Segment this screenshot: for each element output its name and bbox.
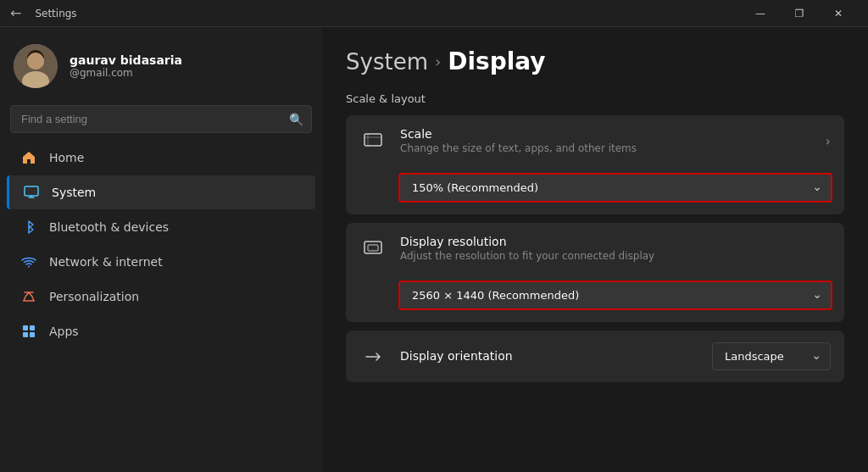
user-email: @gmail.com	[70, 67, 182, 79]
scale-dropdown-container: 150% (Recommended)	[346, 166, 844, 214]
window-controls: — ❐ ✕	[741, 0, 858, 27]
home-nav-label: Home	[49, 151, 84, 164]
setting-row-scale[interactable]: ScaleChange the size of text, apps, and …	[346, 115, 844, 166]
setting-card-scale: ScaleChange the size of text, apps, and …	[346, 115, 844, 214]
resolution-dropdown-container: 2560 × 1440 (Recommended)	[346, 274, 844, 322]
svg-rect-11	[364, 134, 381, 146]
svg-rect-12	[364, 242, 381, 253]
personalization-nav-label: Personalization	[49, 290, 139, 303]
setting-row-resolution[interactable]: Display resolutionAdjust the resolution …	[346, 223, 844, 274]
resolution-icon	[359, 235, 387, 262]
search-input[interactable]	[10, 105, 312, 133]
scale-chevron-icon: ›	[826, 133, 831, 149]
sidebar-item-system[interactable]: System	[7, 175, 315, 209]
user-profile[interactable]: gaurav bidasaria @gmail.com	[0, 27, 322, 105]
svg-point-5	[28, 266, 30, 268]
resolution-content: Display resolutionAdjust the resolution …	[400, 235, 817, 262]
svg-rect-10	[30, 332, 35, 337]
breadcrumb-chevron: ›	[435, 53, 441, 70]
avatar-image	[14, 44, 58, 88]
sidebar: gaurav bidasaria @gmail.com 🔍 Home Syste…	[0, 27, 322, 472]
apps-nav-icon	[20, 323, 37, 340]
section-heading: Scale & layout	[346, 92, 844, 105]
home-nav-icon	[20, 149, 37, 166]
orientation-dropdown[interactable]: Landscape	[712, 342, 831, 370]
apps-nav-label: Apps	[49, 325, 79, 338]
sidebar-item-network[interactable]: Network & internet	[7, 245, 315, 279]
scale-dropdown[interactable]: 150% (Recommended)	[398, 173, 832, 203]
scale-title: Scale	[400, 127, 812, 141]
scale-content: ScaleChange the size of text, apps, and …	[400, 127, 812, 154]
search-container: 🔍	[10, 105, 312, 133]
settings-list: ScaleChange the size of text, apps, and …	[346, 115, 844, 391]
network-nav-label: Network & internet	[49, 255, 163, 269]
orientation-content: Display orientation	[400, 349, 685, 364]
close-button[interactable]: ✕	[819, 0, 858, 27]
network-nav-icon	[20, 253, 37, 270]
user-name: gaurav bidasaria	[70, 53, 182, 67]
resolution-dropdown[interactable]: 2560 × 1440 (Recommended)	[398, 280, 832, 310]
back-button[interactable]: ←	[10, 5, 21, 21]
nav-list: Home System Bluetooth & devices Network …	[0, 140, 322, 349]
svg-point-3	[27, 53, 44, 69]
resolution-desc: Adjust the resolution to fit your connec…	[400, 250, 817, 262]
svg-rect-9	[23, 332, 28, 337]
orientation-icon	[359, 343, 387, 370]
avatar	[14, 44, 58, 88]
svg-rect-7	[23, 325, 28, 330]
breadcrumb-parent: System	[346, 49, 428, 75]
svg-rect-4	[25, 186, 38, 196]
personalization-nav-icon	[20, 288, 37, 305]
scale-desc: Change the size of text, apps, and other…	[400, 142, 812, 154]
system-nav-label: System	[52, 186, 96, 199]
user-info: gaurav bidasaria @gmail.com	[70, 53, 182, 79]
title-bar: ← Settings — ❐ ✕	[0, 0, 868, 27]
system-nav-icon	[23, 184, 40, 201]
sidebar-item-apps[interactable]: Apps	[7, 314, 315, 348]
resolution-title: Display resolution	[400, 235, 817, 248]
bluetooth-nav-icon	[20, 219, 37, 236]
breadcrumb-current: Display	[448, 47, 545, 75]
setting-card-resolution: Display resolutionAdjust the resolution …	[346, 223, 844, 322]
svg-rect-13	[368, 245, 378, 251]
setting-row-orientation[interactable]: Display orientationLandscape	[346, 330, 844, 382]
scale-icon	[359, 127, 387, 154]
main-layout: gaurav bidasaria @gmail.com 🔍 Home Syste…	[0, 27, 868, 472]
title-bar-controls: ← Settings	[10, 5, 77, 21]
orientation-title: Display orientation	[400, 349, 685, 363]
search-icon: 🔍	[289, 113, 303, 126]
maximize-button[interactable]: ❐	[780, 0, 819, 27]
sidebar-item-home[interactable]: Home	[7, 141, 315, 175]
svg-rect-8	[30, 325, 35, 330]
sidebar-item-bluetooth[interactable]: Bluetooth & devices	[7, 210, 315, 244]
minimize-button[interactable]: —	[741, 0, 780, 27]
breadcrumb: System › Display	[346, 47, 844, 75]
bluetooth-nav-label: Bluetooth & devices	[49, 220, 169, 234]
sidebar-item-personalization[interactable]: Personalization	[7, 280, 315, 314]
setting-card-orientation: Display orientationLandscape	[346, 330, 844, 382]
content-area: System › Display Scale & layout ScaleCha…	[322, 27, 868, 472]
app-title: Settings	[35, 8, 76, 19]
scale-action: ›	[826, 133, 831, 149]
